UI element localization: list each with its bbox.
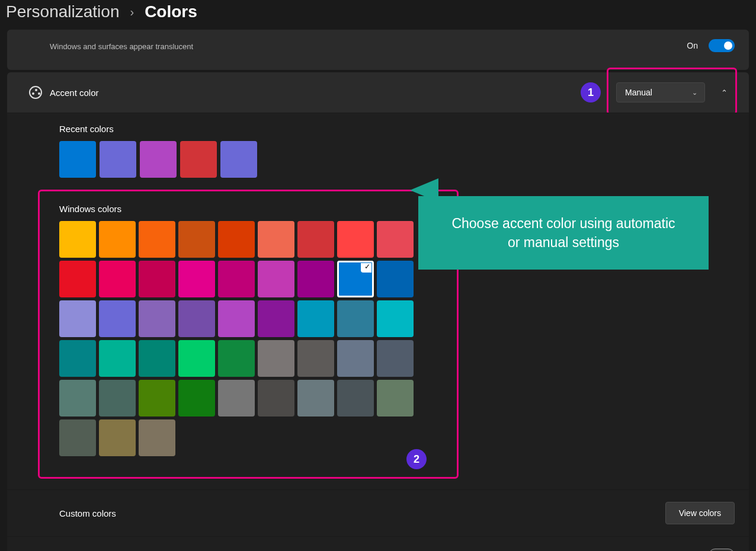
chevron-down-icon: ⌄ xyxy=(692,89,697,97)
breadcrumb-current: Colors xyxy=(145,2,197,21)
windows-color-swatch[interactable] xyxy=(258,221,294,258)
recent-colors-row xyxy=(59,141,735,178)
windows-color-swatch[interactable] xyxy=(139,340,175,377)
windows-color-swatch[interactable] xyxy=(139,300,175,337)
accent-color-header[interactable]: Accent color 1 Manual ⌄ ⌃ xyxy=(7,72,749,113)
windows-color-swatch[interactable] xyxy=(99,340,136,377)
windows-color-swatch[interactable] xyxy=(258,261,294,297)
view-colors-button[interactable]: View colors xyxy=(665,502,735,524)
recent-color-swatch[interactable] xyxy=(59,141,96,178)
windows-color-swatch[interactable] xyxy=(377,261,414,297)
windows-color-swatch[interactable] xyxy=(297,221,334,258)
recent-color-swatch[interactable] xyxy=(100,141,136,178)
windows-color-swatch[interactable] xyxy=(337,340,374,377)
transparency-card[interactable]: Windows and surfaces appear translucent … xyxy=(7,30,749,70)
windows-color-swatch[interactable] xyxy=(178,380,215,417)
windows-color-swatch[interactable] xyxy=(337,300,374,337)
windows-color-swatch[interactable] xyxy=(218,300,255,337)
transparency-toggle[interactable] xyxy=(709,39,735,52)
windows-color-swatch[interactable] xyxy=(59,340,96,377)
windows-colors-grid: ✓ xyxy=(59,221,414,456)
windows-color-swatch[interactable] xyxy=(59,300,96,337)
accent-color-card: Accent color 1 Manual ⌄ ⌃ Recent colors … xyxy=(7,72,749,551)
breadcrumb: Personalization › Colors xyxy=(0,0,756,30)
palette-icon xyxy=(21,86,50,99)
windows-color-swatch[interactable] xyxy=(258,340,294,377)
windows-color-swatch[interactable] xyxy=(139,221,175,258)
windows-color-swatch[interactable] xyxy=(59,261,96,297)
accent-expanded-body: Recent colors Windows colors ✓ 2 Choose … xyxy=(7,113,749,489)
recent-color-swatch[interactable] xyxy=(220,141,257,178)
recent-color-swatch[interactable] xyxy=(180,141,217,178)
windows-color-swatch[interactable] xyxy=(59,419,96,456)
show-on-start-toggle[interactable] xyxy=(709,549,735,551)
windows-color-swatch[interactable] xyxy=(139,380,175,417)
windows-color-swatch[interactable] xyxy=(59,221,96,258)
windows-color-swatch[interactable] xyxy=(258,380,294,417)
check-icon: ✓ xyxy=(364,262,370,271)
windows-color-swatch[interactable] xyxy=(337,380,374,417)
windows-color-swatch[interactable] xyxy=(218,261,255,297)
windows-color-swatch[interactable] xyxy=(297,340,334,377)
windows-color-swatch[interactable] xyxy=(258,300,294,337)
windows-color-swatch[interactable] xyxy=(377,300,414,337)
windows-color-swatch[interactable] xyxy=(218,221,255,258)
chevron-right-icon: › xyxy=(130,5,134,19)
windows-colors-label: Windows colors xyxy=(59,204,414,214)
windows-color-swatch[interactable] xyxy=(99,261,136,297)
windows-color-swatch[interactable] xyxy=(178,300,215,337)
windows-color-swatch[interactable] xyxy=(178,261,215,297)
windows-color-swatch[interactable] xyxy=(99,380,136,417)
windows-color-swatch[interactable] xyxy=(99,300,136,337)
windows-color-swatch[interactable] xyxy=(377,221,414,258)
windows-color-swatch[interactable] xyxy=(297,261,334,297)
breadcrumb-parent[interactable]: Personalization xyxy=(6,2,119,21)
windows-color-swatch[interactable] xyxy=(337,221,374,258)
custom-colors-label: Custom colors xyxy=(59,508,665,518)
windows-color-swatch[interactable] xyxy=(178,221,215,258)
windows-color-swatch[interactable] xyxy=(218,340,255,377)
recent-colors-label: Recent colors xyxy=(59,124,735,134)
windows-color-swatch[interactable] xyxy=(139,261,175,297)
windows-color-swatch[interactable] xyxy=(99,419,136,456)
windows-color-swatch[interactable] xyxy=(59,380,96,417)
accent-mode-dropdown[interactable]: Manual ⌄ xyxy=(616,82,705,102)
transparency-state-label: On xyxy=(687,41,698,50)
accent-mode-value: Manual xyxy=(625,88,652,97)
transparency-subtitle: Windows and surfaces appear translucent xyxy=(50,42,687,51)
accent-title: Accent color xyxy=(50,88,588,98)
callout-box: Choose accent color using automatic or m… xyxy=(418,196,709,270)
windows-color-swatch[interactable] xyxy=(377,380,414,417)
windows-color-swatch[interactable] xyxy=(218,380,255,417)
windows-color-swatch[interactable] xyxy=(99,221,136,258)
collapse-caret[interactable]: ⌃ xyxy=(713,82,735,103)
windows-color-swatch[interactable] xyxy=(377,340,414,377)
windows-color-swatch[interactable] xyxy=(178,340,215,377)
windows-color-swatch[interactable] xyxy=(297,300,334,337)
custom-colors-row: Custom colors View colors xyxy=(7,489,749,536)
windows-color-swatch[interactable]: ✓ xyxy=(337,261,374,297)
windows-color-swatch[interactable] xyxy=(297,380,334,417)
windows-color-swatch[interactable] xyxy=(139,419,175,456)
show-on-start-row: Show accent color on Start and taskbar O… xyxy=(7,536,749,551)
recent-color-swatch[interactable] xyxy=(140,141,177,178)
